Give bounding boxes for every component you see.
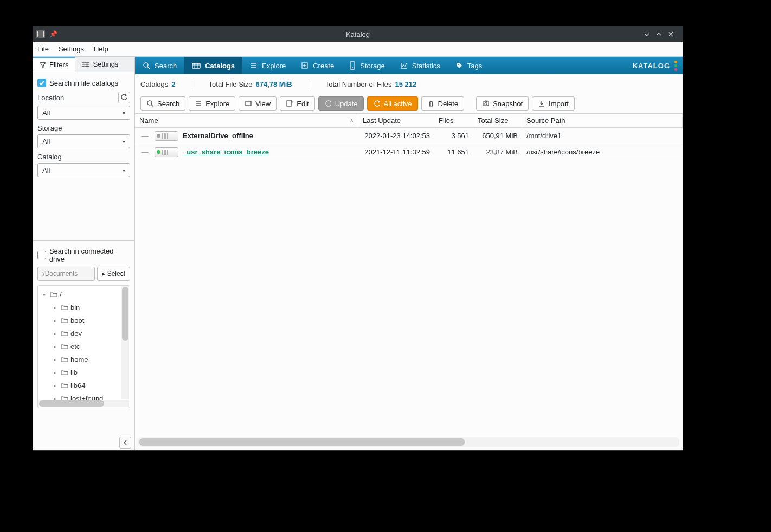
location-label: Location	[37, 94, 64, 102]
expand-icon[interactable]: ▸	[51, 330, 59, 336]
tree-item[interactable]: ▸ bin	[39, 301, 128, 314]
sidebar-tab-settings[interactable]: Settings	[75, 57, 134, 72]
nav-explore[interactable]: Explore	[242, 57, 293, 74]
select-button-label: Select	[107, 270, 125, 277]
nav-create[interactable]: Create	[293, 57, 342, 74]
path-input[interactable]: :/Documents	[37, 267, 95, 281]
chevron-down-icon: ▾	[123, 139, 125, 145]
tree-item[interactable]: ▾ /	[39, 288, 128, 301]
total-size: 23,87 MiB	[473, 148, 522, 156]
table-header: Name∧ Last Update Files Total Size Sourc…	[135, 114, 683, 128]
reset-location-button[interactable]	[118, 92, 130, 103]
tree-scrollbar-horizontal[interactable]	[38, 400, 129, 407]
file-count: 11 651	[434, 148, 473, 156]
search-button[interactable]: Search	[140, 96, 185, 111]
search-in-catalogs-checkbox[interactable]	[37, 79, 46, 87]
refresh-icon	[324, 100, 332, 107]
catalog-name: ExternalDrive_offline	[183, 132, 253, 140]
collapse-sidebar-button[interactable]	[119, 437, 131, 449]
source-path: /usr/share/icons/breeze	[522, 148, 683, 156]
storage-select[interactable]: All ▾	[37, 134, 130, 148]
location-select[interactable]: All ▾	[37, 106, 130, 120]
delete-button[interactable]: Delete	[421, 96, 465, 111]
sidebar-tab-filters[interactable]: Filters	[33, 57, 75, 72]
svg-point-3	[144, 63, 148, 67]
col-last-update[interactable]: Last Update	[358, 114, 434, 127]
view-button[interactable]: View	[239, 96, 277, 111]
snapshot-button[interactable]: Snapshot	[476, 96, 529, 111]
col-name[interactable]: Name∧	[135, 114, 358, 127]
maximize-button[interactable]	[656, 31, 667, 37]
nav-search[interactable]: Search	[135, 57, 184, 74]
nav-catalogs[interactable]: Catalogs	[184, 57, 242, 74]
tree-item-label: /	[60, 290, 62, 299]
nav-storage[interactable]: Storage	[342, 57, 393, 74]
folder-icon	[61, 330, 68, 336]
import-button[interactable]: Import	[532, 96, 575, 111]
sliders-icon	[82, 62, 89, 67]
pin-icon[interactable]: 📌	[49, 30, 57, 38]
stats-icon	[400, 62, 408, 69]
menu-help[interactable]: Help	[94, 45, 108, 53]
close-button[interactable]	[667, 31, 679, 37]
nav-tags[interactable]: Tags	[448, 57, 490, 74]
update-button[interactable]: Update	[318, 96, 364, 111]
col-source-path[interactable]: Source Path	[522, 114, 683, 127]
select-path-button[interactable]: ▸ Select	[97, 267, 130, 281]
tree-item[interactable]: ▸ lib	[39, 366, 128, 379]
storage-label: Storage	[37, 124, 62, 132]
file-count: 3 561	[434, 132, 473, 140]
sidebar-tab-label: Filters	[49, 61, 68, 69]
drive-status-badge	[155, 147, 178, 157]
chevron-down-icon: ▾	[123, 110, 125, 116]
filesystem-tree[interactable]: ▾ /▸ bin▸ boot▸ dev▸ etc▸ home▸ lib▸ lib…	[37, 285, 130, 408]
refresh-icon	[373, 100, 381, 107]
expand-icon[interactable]: ▾	[40, 291, 48, 297]
catalog-icon	[192, 62, 201, 69]
play-icon: ▸	[102, 270, 105, 277]
col-files[interactable]: Files	[434, 114, 473, 127]
svg-point-9	[147, 101, 152, 105]
edit-icon	[286, 100, 293, 107]
app-icon	[36, 30, 45, 38]
table-row[interactable]: — _usr_share_icons_breeze 2021-12-11 11:…	[135, 144, 683, 160]
expand-icon[interactable]: ▸	[51, 304, 59, 310]
window-title: Katalog	[33, 30, 683, 38]
row-handle: —	[139, 132, 150, 140]
table-row[interactable]: — ExternalDrive_offline 2022-01-23 14:02…	[135, 128, 683, 144]
search-in-catalogs-label: Search in file catalogs	[49, 79, 118, 87]
storage-value: All	[42, 138, 50, 146]
sidebar-tab-label: Settings	[93, 60, 118, 68]
col-total-size[interactable]: Total Size	[473, 114, 522, 127]
tree-scrollbar-vertical[interactable]	[121, 286, 129, 399]
expand-icon[interactable]: ▸	[51, 317, 59, 323]
tree-item[interactable]: ▸ lib64	[39, 379, 128, 392]
main-panel: Search Catalogs Explore Create	[135, 57, 683, 450]
nav-statistics[interactable]: Statistics	[393, 57, 448, 74]
main-scrollbar-horizontal[interactable]	[138, 437, 679, 447]
tree-item-label: home	[70, 355, 88, 364]
expand-icon[interactable]: ▸	[51, 369, 59, 375]
menu-file[interactable]: File	[37, 45, 49, 53]
search-in-drive-checkbox[interactable]	[37, 251, 46, 259]
tree-item[interactable]: ▸ etc	[39, 340, 128, 353]
drive-status-badge	[155, 131, 178, 141]
catalogs-count-value: 2	[171, 80, 175, 88]
tree-item[interactable]: ▸ home	[39, 353, 128, 366]
create-icon	[301, 62, 309, 69]
main-nav: Search Catalogs Explore Create	[135, 57, 683, 74]
expand-icon[interactable]: ▸	[51, 356, 59, 362]
catalogs-count-label: Catalogs	[140, 80, 168, 88]
sidebar: Filters Settings Search in file catalogs	[33, 57, 135, 450]
tree-item[interactable]: ▸ dev	[39, 327, 128, 340]
minimize-button[interactable]	[644, 31, 656, 37]
menu-settings[interactable]: Settings	[59, 45, 84, 53]
edit-button[interactable]: Edit	[280, 96, 314, 111]
all-active-button[interactable]: All active	[367, 96, 418, 111]
explore-button[interactable]: Explore	[189, 96, 235, 111]
expand-icon[interactable]: ▸	[51, 343, 59, 349]
expand-icon[interactable]: ▸	[51, 382, 59, 388]
tree-item[interactable]: ▸ boot	[39, 314, 128, 327]
catalog-select[interactable]: All ▾	[37, 163, 130, 177]
catalog-value: All	[42, 166, 50, 174]
